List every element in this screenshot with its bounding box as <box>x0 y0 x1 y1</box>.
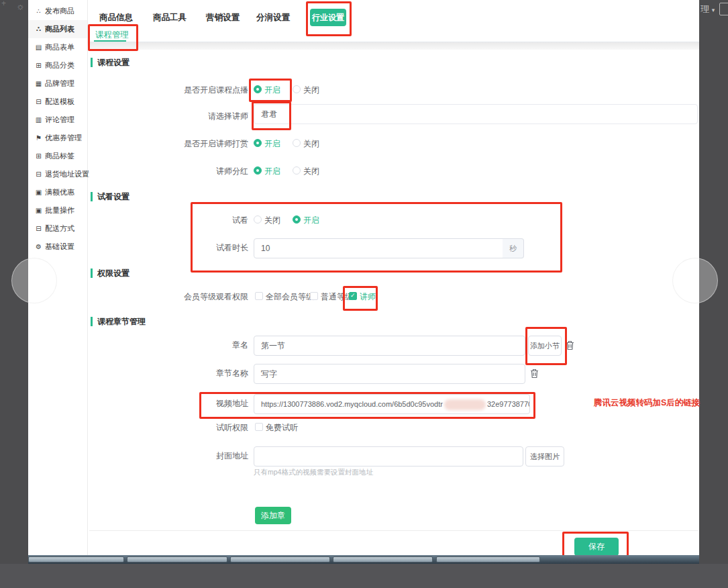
trial-off-label[interactable]: 关闭 <box>264 215 280 225</box>
chapter-name-label: 章名 <box>87 340 248 350</box>
member-all-checkbox[interactable] <box>255 292 263 300</box>
gift-icon: ▣ <box>34 183 43 201</box>
taskbar-window-button[interactable] <box>230 556 330 562</box>
cover-url-input[interactable] <box>254 446 523 467</box>
sidebar-item-publish-product[interactable]: ∴发布商品 <box>28 2 87 20</box>
trial-duration-unit: 秒 <box>503 238 524 258</box>
member-lecturer-label[interactable]: 讲师 <box>360 292 376 301</box>
dividend-on-label[interactable]: 开启 <box>264 166 280 176</box>
truck-icon: ⊟ <box>34 219 43 238</box>
crop-mark-icon: + <box>1 0 6 8</box>
sidebar-item-product-tags[interactable]: ⊞商品标签 <box>28 147 87 165</box>
viewer-toolbar: 1:1 W P <box>0 564 728 588</box>
delete-chapter-icon[interactable] <box>566 340 574 353</box>
coupon-icon: ⚑ <box>34 129 43 147</box>
dividend-on-radio[interactable] <box>254 166 262 175</box>
sidebar-item-return-address[interactable]: ⊟退货地址设置 <box>28 165 87 183</box>
next-image-button[interactable]: › <box>672 258 718 303</box>
select-image-button[interactable]: 选择图片 <box>525 446 564 467</box>
trial-on-radio[interactable] <box>293 215 301 224</box>
add-subsection-button[interactable]: 添加小节 <box>528 336 562 356</box>
free-audition-checkbox[interactable] <box>255 423 263 431</box>
trial-off-radio[interactable] <box>254 215 262 224</box>
chapter-name-input[interactable]: 第一节 <box>254 336 525 356</box>
member-normal-checkbox[interactable] <box>310 292 318 300</box>
sidebar-item-comment-management[interactable]: ▥评论管理 <box>28 111 87 129</box>
sidebar-item-basic-settings[interactable]: ⚙基础设置 <box>28 238 87 256</box>
sidebar-item-coupon-management[interactable]: ⚑优惠券管理 <box>28 129 87 147</box>
dividend-off-label[interactable]: 关闭 <box>303 166 319 176</box>
lecturer-select[interactable]: 君君 <box>254 104 698 124</box>
add-chapter-button[interactable]: 添加章 <box>255 507 291 524</box>
sidebar-item-product-category[interactable]: ⊞商品分类 <box>28 56 87 75</box>
tab-product-info[interactable]: 商品信息 <box>99 12 133 23</box>
save-button[interactable]: 保存 <box>574 538 619 556</box>
vod-off-label[interactable]: 关闭 <box>303 85 319 95</box>
lecturer-label: 请选择讲师 <box>87 111 248 121</box>
chevron-down-icon: ▾ <box>712 7 715 13</box>
section-title-course-settings: 课程设置 <box>91 58 129 67</box>
reward-off-radio[interactable] <box>293 139 301 147</box>
member-lecturer-checkbox[interactable] <box>349 292 357 300</box>
process-menu-label[interactable]: 理 ▾ <box>700 3 715 15</box>
share-icon: ∴ <box>34 2 43 20</box>
sidebar-item-delivery-template[interactable]: ⊟配送模板 <box>28 93 87 111</box>
tab-marketing-settings[interactable]: 营销设置 <box>206 12 240 23</box>
vod-on-label[interactable]: 开启 <box>264 85 280 95</box>
truck-icon: ⊟ <box>34 93 43 111</box>
image-viewer-app: ∴发布商品 ∴商品列表 ▤商品表单 ⊞商品分类 ▦品牌管理 ⊟配送模板 ▥评论管… <box>0 0 728 588</box>
delete-section-icon[interactable] <box>530 369 539 381</box>
reward-label: 是否开启讲师打赏 <box>87 139 248 148</box>
section-name-input[interactable]: 写字 <box>254 364 525 384</box>
section-title-permission-settings: 权限设置 <box>91 268 129 278</box>
redacted-blur <box>444 399 486 410</box>
section-title-chapter-management: 课程章节管理 <box>91 317 146 326</box>
vod-label: 是否开启课程点播 <box>87 85 248 95</box>
annotation-box-trial-group <box>191 202 562 273</box>
vod-on-radio[interactable] <box>254 85 262 93</box>
sidebar-item-brand-management[interactable]: ▦品牌管理 <box>28 75 87 93</box>
footer-divider <box>89 530 698 531</box>
prev-image-button[interactable]: ‹ <box>11 258 57 303</box>
tag-icon: ⊞ <box>34 147 43 165</box>
viewed-screenshot: ∴发布商品 ∴商品列表 ▤商品表单 ⊞商品分类 ▦品牌管理 ⊟配送模板 ▥评论管… <box>28 0 699 564</box>
trial-duration-input[interactable]: 10 <box>254 238 503 258</box>
member-perm-label: 会员等级观看权限 <box>87 292 248 301</box>
sidebar-item-batch-operation[interactable]: ▣批量操作 <box>28 201 87 219</box>
member-normal-label[interactable]: 普通等级 <box>321 292 353 301</box>
taskbar-window-button[interactable] <box>333 556 433 562</box>
reward-on-label[interactable]: 开启 <box>264 139 280 148</box>
trial-label: 试看 <box>87 215 248 225</box>
trial-duration-label: 试看时长 <box>87 243 248 252</box>
reward-off-label[interactable]: 关闭 <box>303 139 319 148</box>
os-taskbar <box>28 555 699 564</box>
taskbar-window-button[interactable] <box>127 556 227 562</box>
free-audition-label[interactable]: 免费试听 <box>266 423 298 432</box>
video-url-label: 视频地址 <box>87 399 248 408</box>
tab-industry-settings[interactable]: 行业设置 <box>310 9 346 26</box>
dividend-off-radio[interactable] <box>293 166 301 175</box>
truck-icon: ⊟ <box>34 165 43 183</box>
taskbar-window-button[interactable] <box>28 556 124 562</box>
document-icon: ▤ <box>34 38 43 56</box>
sidebar-item-delivery-method[interactable]: ⊟配送方式 <box>28 219 87 238</box>
cover-hint: 只有mp4格式的视频需要设置封面地址 <box>254 468 373 477</box>
header-shadow-band <box>87 42 699 50</box>
share-icon: ∴ <box>34 20 43 38</box>
cover-url-label: 封面地址 <box>87 451 248 460</box>
member-all-label[interactable]: 全部会员等级 <box>266 292 314 301</box>
tab-profit-settings[interactable]: 分润设置 <box>256 12 290 23</box>
taskbar-window-button[interactable] <box>436 556 540 562</box>
sidebar-item-product-form[interactable]: ▤商品表单 <box>28 38 87 56</box>
briefcase-icon: ▦ <box>34 75 43 93</box>
sidebar-item-full-discount[interactable]: ▣满额优惠 <box>28 183 87 201</box>
brightness-icon[interactable]: ☼ <box>16 1 25 11</box>
vod-off-radio[interactable] <box>293 85 301 93</box>
subtab-course-management[interactable]: 课程管理 <box>95 30 129 41</box>
reward-on-radio[interactable] <box>254 139 262 147</box>
tab-product-tools[interactable]: 商品工具 <box>153 12 187 23</box>
video-url-input[interactable]: https://1300773886.vod2.myqcloud.com/6b5… <box>254 394 530 414</box>
sidebar-item-product-list[interactable]: ∴商品列表 <box>28 20 87 38</box>
toolbar-image-icon[interactable] <box>719 3 728 15</box>
trial-on-label[interactable]: 开启 <box>303 215 319 225</box>
